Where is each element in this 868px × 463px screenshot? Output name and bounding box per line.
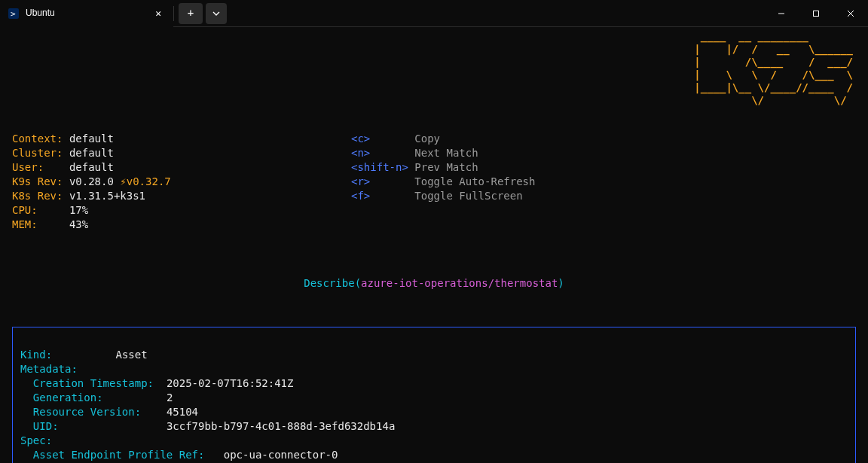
rv-label: Resource Version: [33, 406, 141, 418]
aep-value: opc-ua-connector-0 [224, 449, 338, 461]
hotkey-c: <c> [351, 133, 370, 145]
cpu-label: CPU: [12, 204, 38, 216]
update-bolt-icon: ⚡ [120, 175, 126, 187]
tab-ubuntu[interactable]: > Ubuntu ✕ [0, 0, 173, 27]
spec-label: Spec: [20, 434, 52, 446]
rv-value: 45104 [167, 406, 198, 418]
hotkey-n: <n> [351, 147, 370, 159]
terminal-icon: > [8, 8, 20, 20]
k9s-rev-value: v0.28.0 [69, 175, 114, 187]
mem-label: MEM: [12, 218, 38, 230]
uid-label: UID: [33, 420, 59, 432]
hotkey-r: <r> [351, 175, 370, 187]
cluster-label: Cluster: [12, 147, 63, 159]
close-window-button[interactable] [833, 0, 868, 27]
hotkey-f: <f> [351, 190, 370, 202]
window-titlebar: > Ubuntu ✕ + [0, 0, 868, 27]
ct-label: Creation Timestamp: [33, 377, 154, 389]
kind-value: Asset [115, 349, 147, 361]
describe-prefix: Describe( [304, 277, 361, 289]
k8s-rev-value: v1.31.5+k3s1 [69, 190, 145, 202]
k9s-rev-label: K9s Rev: [12, 175, 63, 187]
k9s-ascii-logo: ____ __ ________ | |/ / __ \______ | /\_… [694, 30, 853, 107]
tab-separator [173, 6, 174, 21]
tab-dropdown-button[interactable] [206, 3, 227, 24]
describe-suffix: ) [558, 277, 564, 289]
new-tab-button[interactable]: + [179, 3, 203, 24]
describe-box: Kind: Asset Metadata: Creation Timestamp… [12, 327, 856, 463]
tab-title: Ubuntu [26, 6, 55, 20]
hotkey-c-desc: Copy [414, 133, 440, 145]
context-value: default [69, 133, 114, 145]
k9s-update-version: v0.32.7 [127, 175, 171, 187]
k8s-rev-label: K8s Rev: [12, 190, 63, 202]
hotkey-f-desc: Toggle FullScreen [414, 190, 522, 202]
maximize-button[interactable] [799, 0, 833, 27]
describe-title: Describe(azure-iot-operations/thermostat… [12, 276, 856, 291]
tab-close-button[interactable]: ✕ [152, 5, 164, 22]
gen-value: 2 [167, 391, 173, 404]
hotkey-hints: <c> Copy <n> Next Match <shift-n> Prev M… [351, 117, 592, 232]
svg-text:>: > [11, 9, 16, 19]
user-value: default [69, 161, 114, 173]
hotkey-shift-n: <shift-n> [351, 161, 408, 173]
kind-label: Kind: [20, 349, 52, 361]
hotkey-n-desc: Next Match [414, 147, 478, 159]
minimize-button[interactable] [764, 0, 799, 27]
cpu-value: 17% [69, 204, 88, 216]
svg-rect-3 [814, 11, 819, 16]
terminal-content[interactable]: ____ __ ________ | |/ / __ \______ | /\_… [0, 27, 868, 463]
aep-label: Asset Endpoint Profile Ref: [33, 449, 205, 461]
metadata-label: Metadata: [20, 363, 78, 375]
cluster-value: default [69, 147, 114, 159]
user-label: User: [12, 161, 44, 173]
window-controls [764, 0, 868, 27]
uid-value: 3ccf79bb-b797-4c01-888d-3efd632db14a [167, 420, 395, 432]
gen-label: Generation: [33, 391, 103, 404]
hotkey-r-desc: Toggle Auto-Refresh [414, 175, 535, 187]
ct-value: 2025-02-07T16:52:41Z [167, 377, 294, 389]
hotkey-shift-n-desc: Prev Match [414, 161, 478, 173]
mem-value: 43% [69, 218, 88, 230]
describe-path: azure-iot-operations/thermostat [361, 277, 558, 289]
context-label: Context: [12, 133, 63, 145]
